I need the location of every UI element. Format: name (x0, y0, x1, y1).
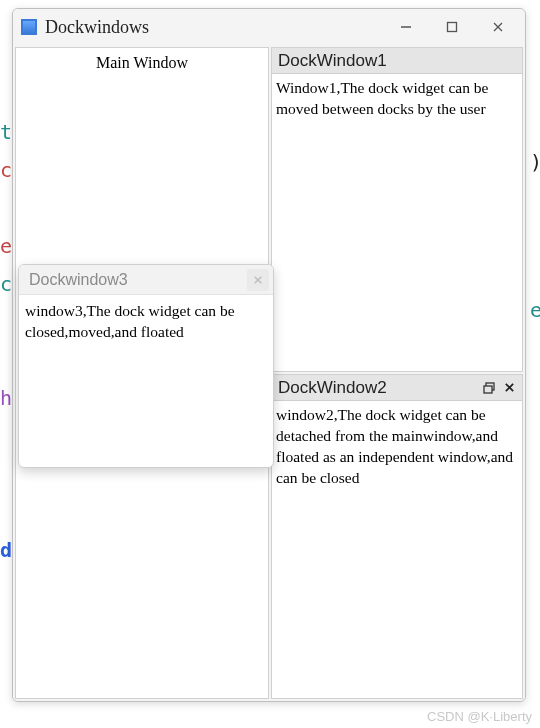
svg-rect-1 (448, 23, 457, 32)
dock2-float-button[interactable] (480, 379, 498, 397)
main-window-label: Main Window (16, 48, 268, 72)
bg-char: c (0, 272, 12, 296)
watermark: CSDN @K·Liberty (427, 709, 532, 724)
close-button[interactable] (475, 12, 521, 42)
close-icon (253, 275, 263, 285)
bg-char: c (0, 158, 12, 182)
dock-window-1: DockWindow1 Window1,The dock widget can … (271, 47, 523, 372)
close-icon (492, 21, 504, 33)
svg-rect-5 (484, 386, 492, 393)
right-dock-area: DockWindow1 Window1,The dock widget can … (271, 47, 523, 699)
close-icon (504, 382, 515, 393)
maximize-icon (446, 21, 458, 33)
bg-char: h (0, 386, 12, 410)
dock1-title: DockWindow1 (278, 51, 518, 71)
dock1-body: Window1,The dock widget can be moved bet… (272, 74, 522, 371)
dock2-titlebar[interactable]: DockWindow2 (272, 375, 522, 401)
dock3-body: window3,The dock widget can be closed,mo… (19, 295, 273, 467)
dock-window-3-floating[interactable]: Dockwindow3 window3,The dock widget can … (18, 264, 274, 468)
bg-char: e (0, 234, 12, 258)
minimize-icon (400, 21, 412, 33)
window-title: Dockwindows (45, 17, 383, 38)
app-icon (21, 19, 37, 35)
dock3-title: Dockwindow3 (29, 271, 247, 289)
bg-char: d (0, 538, 12, 562)
titlebar[interactable]: Dockwindows (13, 9, 525, 45)
dock3-close-button[interactable] (247, 269, 269, 291)
bg-char: ) (530, 150, 540, 174)
dock-window-2: DockWindow2 window2,The dock widget can … (271, 374, 523, 699)
float-icon (483, 382, 495, 394)
dock1-titlebar[interactable]: DockWindow1 (272, 48, 522, 74)
dock2-title: DockWindow2 (278, 378, 478, 398)
minimize-button[interactable] (383, 12, 429, 42)
maximize-button[interactable] (429, 12, 475, 42)
bg-char: e (530, 298, 540, 322)
bg-char: t (0, 120, 12, 144)
dock2-close-button[interactable] (500, 379, 518, 397)
dock2-body: window2,The dock widget can be detached … (272, 401, 522, 698)
dock3-titlebar[interactable]: Dockwindow3 (19, 265, 273, 295)
